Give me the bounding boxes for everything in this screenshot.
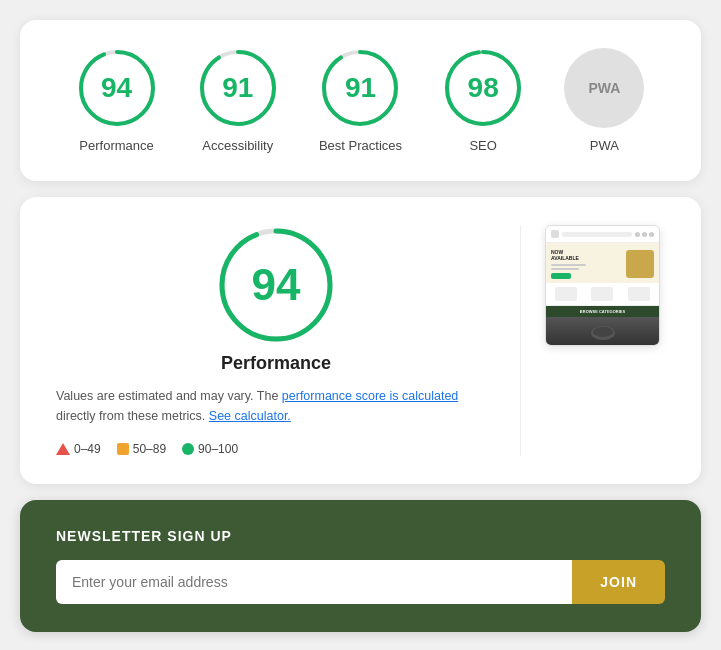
legend-green-icon xyxy=(182,443,194,455)
legend-orange-label: 50–89 xyxy=(133,442,166,456)
screenshot-mock: NOWAVAILABLE BROWSE CATEGORIES xyxy=(545,225,660,346)
mock-bottom-image xyxy=(546,317,659,345)
legend-green-label: 90–100 xyxy=(198,442,238,456)
mock-hero-btn xyxy=(551,273,571,279)
accessibility-label: Accessibility xyxy=(202,138,273,153)
mock-logo-2 xyxy=(591,287,613,301)
divider xyxy=(520,225,521,456)
seo-label: SEO xyxy=(469,138,496,153)
pwa-value: PWA xyxy=(588,80,620,96)
detail-score-label: Performance xyxy=(56,353,496,374)
mock-browse-text: BROWSE CATEGORIES xyxy=(549,309,656,314)
performance-value: 94 xyxy=(101,72,132,104)
newsletter-email-input[interactable] xyxy=(56,560,572,604)
mock-menu-icon xyxy=(551,230,559,238)
legend-red-icon xyxy=(56,443,70,455)
seo-value: 98 xyxy=(468,72,499,104)
score-item-pwa: PWA PWA xyxy=(564,48,644,153)
desc-middle: directly from these metrics. xyxy=(56,409,209,423)
legend-orange-item: 50–89 xyxy=(117,442,166,456)
mock-hero-sub1 xyxy=(551,264,586,266)
detail-left: 94 Performance Values are estimated and … xyxy=(56,225,496,456)
detail-score-value: 94 xyxy=(252,260,301,310)
mock-browse-section: BROWSE CATEGORIES xyxy=(546,306,659,317)
detail-card: 94 Performance Values are estimated and … xyxy=(20,197,701,484)
newsletter-form: JOIN xyxy=(56,560,665,604)
mock-bottom-svg xyxy=(583,321,623,341)
pwa-label: PWA xyxy=(590,138,619,153)
performance-label: Performance xyxy=(79,138,153,153)
newsletter-title: NEWSLETTER SIGN UP xyxy=(56,528,665,544)
legend-red-label: 0–49 xyxy=(74,442,101,456)
score-item-seo: 98 SEO xyxy=(443,48,523,153)
detail-description: Values are estimated and may vary. The p… xyxy=(56,386,496,426)
detail-score-wrap: 94 xyxy=(56,225,496,345)
mock-icon-1 xyxy=(635,232,640,237)
mock-icon-2 xyxy=(642,232,647,237)
mock-icon-3 xyxy=(649,232,654,237)
detail-performance-circle: 94 xyxy=(216,225,336,345)
performance-circle: 94 xyxy=(77,48,157,128)
mock-header-icons xyxy=(635,232,654,237)
desc-before: Values are estimated and may vary. The xyxy=(56,389,282,403)
mock-hero-title: NOWAVAILABLE xyxy=(551,249,622,261)
mock-logo-3 xyxy=(628,287,650,301)
mock-hero: NOWAVAILABLE xyxy=(546,243,659,283)
pwa-circle: PWA xyxy=(564,48,644,128)
best-practices-circle: 91 xyxy=(320,48,400,128)
mock-hero-image xyxy=(626,250,654,278)
screenshot-wrap: NOWAVAILABLE BROWSE CATEGORIES xyxy=(545,225,665,346)
legend: 0–49 50–89 90–100 xyxy=(56,442,238,456)
performance-score-link[interactable]: performance score is calculated xyxy=(282,389,458,403)
mock-header xyxy=(546,226,659,243)
mock-hero-sub2 xyxy=(551,268,579,270)
mock-logo-1 xyxy=(555,287,577,301)
mock-search-bar xyxy=(562,232,632,237)
calculator-link[interactable]: See calculator. xyxy=(209,409,291,423)
newsletter-join-button[interactable]: JOIN xyxy=(572,560,665,604)
seo-circle: 98 xyxy=(443,48,523,128)
legend-orange-icon xyxy=(117,443,129,455)
mock-hero-text: NOWAVAILABLE xyxy=(551,249,622,279)
best-practices-label: Best Practices xyxy=(319,138,402,153)
accessibility-circle: 91 xyxy=(198,48,278,128)
svg-point-11 xyxy=(593,327,613,337)
score-item-performance: 94 Performance xyxy=(77,48,157,153)
best-practices-value: 91 xyxy=(345,72,376,104)
scores-card: 94 Performance 91 Accessibility 91 Best … xyxy=(20,20,701,181)
newsletter-card: NEWSLETTER SIGN UP JOIN xyxy=(20,500,701,632)
accessibility-value: 91 xyxy=(222,72,253,104)
mock-logos-row xyxy=(546,283,659,306)
legend-green-item: 90–100 xyxy=(182,442,238,456)
score-item-best-practices: 91 Best Practices xyxy=(319,48,402,153)
legend-red-item: 0–49 xyxy=(56,442,101,456)
score-item-accessibility: 91 Accessibility xyxy=(198,48,278,153)
